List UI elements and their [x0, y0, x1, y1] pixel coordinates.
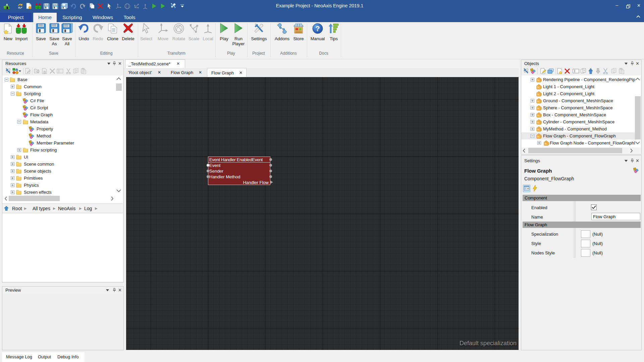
svg-text:?: ? — [315, 24, 320, 33]
